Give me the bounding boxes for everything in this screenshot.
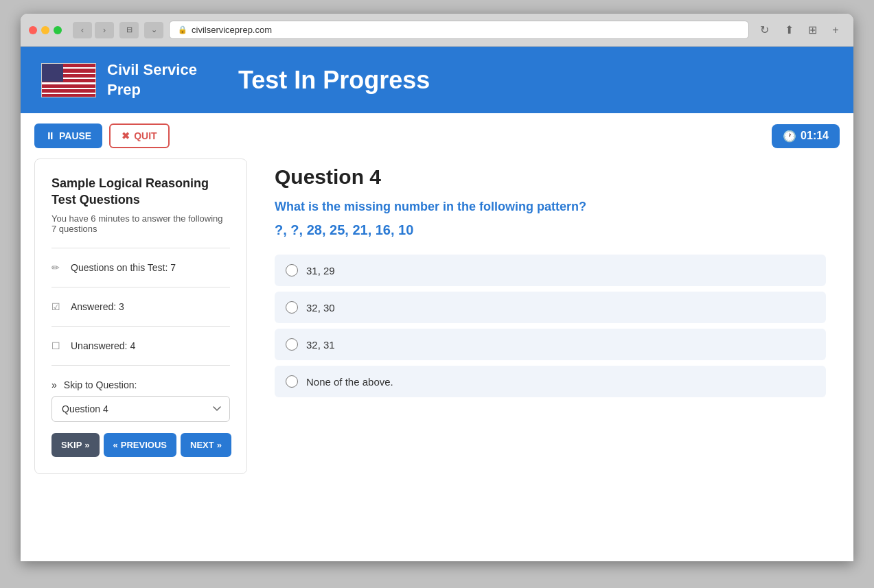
divider-1	[51, 248, 230, 248]
clock-icon: 🕐	[783, 130, 796, 143]
new-tab-button[interactable]: +	[826, 22, 845, 38]
minimize-button[interactable]	[41, 26, 49, 34]
nav-buttons-row: SKIP » « PREVIOUS NEXT »	[51, 433, 230, 457]
sidebar-toggle-button[interactable]: ⊟	[119, 22, 139, 38]
stat-questions: ✏ Questions on this Test: 7	[51, 257, 230, 279]
answer-option-d[interactable]: None of the above.	[275, 366, 826, 397]
question-area: Question 4 What is the missing number in…	[261, 158, 840, 474]
checkbox-checked-icon: ☑	[51, 301, 64, 312]
timer-badge: 🕐 01:14	[772, 124, 840, 148]
reload-button[interactable]: ↻	[755, 22, 774, 38]
divider-4	[51, 365, 230, 366]
browser-toolbar: ‹ › ⊟ ⌄ 🔒 civilserviceprep.com ↻ ⬆ ⊞ +	[21, 14, 853, 47]
divider-3	[51, 326, 230, 327]
stat-unanswered: ☐ Unanswered: 4	[51, 335, 230, 357]
quit-label: QUIT	[134, 130, 157, 141]
browser-window: ‹ › ⊟ ⌄ 🔒 civilserviceprep.com ↻ ⬆ ⊞ + C…	[21, 14, 853, 561]
next-button[interactable]: NEXT »	[181, 433, 231, 457]
nav-buttons: ‹ ›	[73, 22, 114, 38]
question-pattern: ?, ?, 28, 25, 21, 16, 10	[275, 222, 826, 238]
stat-answered: ☑ Answered: 3	[51, 296, 230, 318]
radio-a[interactable]	[286, 264, 298, 277]
logo-area: Civil ServicePrep	[41, 60, 197, 99]
skip-chevron-icon: »	[84, 440, 89, 450]
previous-label: PREVIOUS	[121, 440, 167, 450]
answer-option-c[interactable]: 32, 31	[275, 329, 826, 360]
radio-b[interactable]	[286, 301, 298, 314]
answer-label-c: 32, 31	[306, 339, 335, 351]
question-number: Question 4	[275, 165, 826, 189]
pause-button[interactable]: ⏸ PAUSE	[34, 124, 102, 148]
quit-button[interactable]: ✖ QUIT	[109, 124, 169, 148]
pause-icon: ⏸	[45, 130, 55, 141]
answer-label-a: 31, 29	[306, 265, 335, 277]
stat-unanswered-label: Unanswered: 4	[71, 340, 135, 351]
skip-button-label: SKIP	[61, 440, 82, 450]
next-chevron-icon: »	[217, 440, 222, 450]
share-button[interactable]: ⬆	[779, 22, 798, 38]
pencil-icon: ✏	[51, 262, 64, 273]
browser-actions: ⬆ ⊞ +	[779, 22, 845, 38]
checkbox-empty-icon: ☐	[51, 340, 64, 351]
answer-label-d: None of the above.	[306, 376, 393, 388]
controls-bar: ⏸ PAUSE ✖ QUIT 🕐 01:14	[21, 113, 853, 158]
chevron-right-icon: »	[51, 379, 57, 390]
answer-option-a[interactable]: 31, 29	[275, 255, 826, 286]
grid-button[interactable]: ⊞	[803, 22, 822, 38]
answer-label-b: 32, 30	[306, 302, 335, 314]
skip-to-question-label: » Skip to Question:	[51, 374, 230, 396]
question-text: What is the missing number in the follow…	[275, 200, 826, 214]
next-label: NEXT	[190, 440, 214, 450]
sidebar-subtitle: You have 6 minutes to answer the followi…	[51, 213, 230, 234]
traffic-lights	[29, 26, 62, 34]
stat-questions-label: Questions on this Test: 7	[71, 262, 176, 273]
page-title: Test In Progress	[238, 66, 430, 95]
pause-label: PAUSE	[59, 130, 91, 141]
quit-icon: ✖	[122, 130, 130, 141]
forward-button[interactable]: ›	[95, 22, 114, 38]
previous-chevron-icon: «	[113, 440, 118, 450]
back-button[interactable]: ‹	[73, 22, 92, 38]
address-bar[interactable]: 🔒 civilserviceprep.com	[169, 21, 749, 39]
main-layout: Sample Logical Reasoning Test Questions …	[21, 158, 853, 488]
url-text: civilserviceprep.com	[192, 25, 272, 35]
flag-canton	[42, 64, 63, 82]
radio-c[interactable]	[286, 338, 298, 351]
flag-image	[41, 63, 96, 97]
sidebar: Sample Logical Reasoning Test Questions …	[34, 158, 247, 474]
maximize-button[interactable]	[54, 26, 62, 34]
sidebar-title: Sample Logical Reasoning Test Questions	[51, 176, 230, 208]
question-select[interactable]: Question 1 Question 2 Question 3 Questio…	[51, 396, 230, 422]
site-header: Civil ServicePrep Test In Progress	[21, 47, 853, 113]
controls-left: ⏸ PAUSE ✖ QUIT	[34, 124, 170, 148]
skip-button[interactable]: SKIP »	[51, 433, 100, 457]
timer-value: 01:14	[801, 130, 829, 142]
close-button[interactable]	[29, 26, 37, 34]
tab-expand-button[interactable]: ⌄	[144, 22, 163, 38]
previous-button[interactable]: « PREVIOUS	[104, 433, 176, 457]
divider-2	[51, 287, 230, 287]
site-title: Civil ServicePrep	[107, 60, 197, 99]
page-content: Civil ServicePrep Test In Progress ⏸ PAU…	[21, 47, 853, 561]
lock-icon: 🔒	[178, 25, 187, 34]
stat-answered-label: Answered: 3	[71, 301, 124, 312]
radio-d[interactable]	[286, 375, 298, 388]
answer-option-b[interactable]: 32, 30	[275, 292, 826, 323]
skip-label-text: Skip to Question:	[64, 379, 137, 390]
